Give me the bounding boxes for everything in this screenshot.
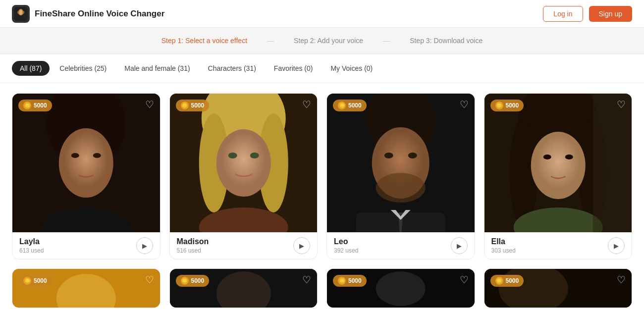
card-used-ella: 303 used bbox=[491, 247, 516, 254]
play-button-ella[interactable]: ▶ bbox=[608, 237, 625, 254]
svg-point-16 bbox=[216, 129, 270, 197]
svg-point-5 bbox=[22, 11, 24, 14]
card-image-row2a: 🪙 5000 ♡ bbox=[12, 269, 160, 308]
favorite-button-row2b[interactable]: ♡ bbox=[302, 274, 311, 286]
card-row2-a[interactable]: 🪙 5000 ♡ bbox=[12, 268, 161, 308]
favorite-button-row2a[interactable]: ♡ bbox=[145, 274, 154, 286]
svg-point-9 bbox=[71, 153, 79, 158]
svg-point-36 bbox=[565, 155, 573, 159]
favorite-button-ella[interactable]: ♡ bbox=[617, 99, 626, 110]
step-divider-1: — bbox=[267, 37, 274, 45]
coin-icon-row2d: 🪙 bbox=[495, 277, 503, 285]
favorite-button-row2c[interactable]: ♡ bbox=[460, 274, 469, 286]
card-name-madison: Madison bbox=[177, 237, 209, 246]
coin-icon-leo: 🪙 bbox=[338, 102, 346, 109]
coin-icon-row2a: 🪙 bbox=[23, 277, 31, 285]
cards-container: 🪙 5000 ♡ Layla 613 used ▶ bbox=[0, 83, 644, 311]
play-button-madison[interactable]: ▶ bbox=[293, 237, 310, 254]
card-badge-row2d: 🪙 5000 bbox=[490, 275, 524, 287]
svg-point-2 bbox=[19, 10, 22, 15]
svg-point-24 bbox=[384, 153, 393, 158]
card-badge-madison: 🪙 5000 bbox=[176, 100, 210, 111]
step-1[interactable]: Step 1: Select a voice effect bbox=[161, 37, 247, 45]
card-image-row2d: 🪙 5000 ♡ bbox=[484, 269, 632, 308]
favorite-button-layla[interactable]: ♡ bbox=[145, 99, 154, 110]
favorite-button-leo[interactable]: ♡ bbox=[460, 99, 469, 110]
logo-area: FineShare Online Voice Changer bbox=[12, 5, 164, 23]
play-button-layla[interactable]: ▶ bbox=[136, 237, 153, 254]
filter-tab-all[interactable]: All (87) bbox=[12, 61, 50, 76]
card-text-layla: Layla 613 used bbox=[19, 237, 44, 254]
card-row2-c[interactable]: 🪙 5000 ♡ bbox=[326, 268, 475, 308]
filter-tab-favorites[interactable]: Favorites (0) bbox=[266, 61, 321, 76]
filter-bar: All (87) Celebrities (25) Male and femal… bbox=[0, 54, 644, 83]
svg-point-17 bbox=[228, 153, 237, 158]
svg-point-18 bbox=[250, 153, 259, 158]
card-image-row2c: 🪙 5000 ♡ bbox=[327, 269, 475, 308]
card-ella[interactable]: 🪙 5000 ♡ Ella 303 used ▶ bbox=[484, 93, 633, 259]
svg-point-44 bbox=[376, 271, 426, 306]
card-name-leo: Leo bbox=[334, 237, 358, 246]
card-name-ella: Ella bbox=[491, 237, 516, 246]
favorite-button-row2d[interactable]: ♡ bbox=[617, 274, 626, 286]
card-info-leo: Leo 392 used ▶ bbox=[327, 232, 475, 259]
filter-tab-characters[interactable]: Characters (31) bbox=[200, 61, 264, 76]
card-info-madison: Madison 516 used ▶ bbox=[170, 232, 318, 259]
svg-point-10 bbox=[93, 153, 101, 158]
card-image-leo: 🪙 5000 ♡ bbox=[327, 94, 475, 232]
card-used-layla: 613 used bbox=[19, 247, 44, 254]
favorite-button-madison[interactable]: ♡ bbox=[302, 99, 311, 110]
card-name-layla: Layla bbox=[19, 237, 44, 246]
play-button-leo[interactable]: ▶ bbox=[451, 237, 468, 254]
card-badge-layla: 🪙 5000 bbox=[18, 100, 52, 111]
coin-icon-madison: 🪙 bbox=[181, 102, 189, 109]
step-3[interactable]: Step 3: Download voice bbox=[410, 37, 483, 45]
step-divider-2: — bbox=[383, 37, 390, 45]
cards-grid-row1: 🪙 5000 ♡ Layla 613 used ▶ bbox=[12, 93, 632, 259]
filter-tab-celebrities[interactable]: Celebrities (25) bbox=[52, 61, 114, 76]
steps-bar: Step 1: Select a voice effect — Step 2: … bbox=[0, 28, 644, 54]
card-image-ella: 🪙 5000 ♡ bbox=[484, 94, 632, 232]
signup-button[interactable]: Sign up bbox=[589, 6, 632, 22]
card-text-leo: Leo 392 used bbox=[334, 237, 358, 254]
coin-icon-layla: 🪙 bbox=[23, 102, 31, 109]
svg-point-25 bbox=[408, 153, 417, 158]
svg-point-35 bbox=[543, 155, 551, 159]
card-badge-ella: 🪙 5000 bbox=[490, 100, 524, 111]
cards-grid-row2: 🪙 5000 ♡ 🪙 5000 ♡ bbox=[12, 268, 632, 308]
app-title: FineShare Online Voice Changer bbox=[35, 9, 164, 19]
card-row2-b[interactable]: 🪙 5000 ♡ bbox=[169, 268, 318, 308]
card-row2-d[interactable]: 🪙 5000 ♡ bbox=[484, 268, 633, 308]
svg-rect-38 bbox=[592, 94, 632, 232]
header-actions: Log in Sign up bbox=[543, 6, 632, 22]
card-badge-row2b: 🪙 5000 bbox=[176, 275, 210, 287]
coin-icon-row2c: 🪙 bbox=[338, 277, 346, 285]
header: FineShare Online Voice Changer Log in Si… bbox=[0, 0, 644, 28]
card-layla[interactable]: 🪙 5000 ♡ Layla 613 used ▶ bbox=[12, 93, 161, 259]
svg-point-23 bbox=[376, 173, 426, 203]
svg-point-8 bbox=[59, 128, 113, 198]
svg-point-4 bbox=[17, 11, 19, 14]
step-2[interactable]: Step 2: Add your voice bbox=[294, 37, 363, 45]
filter-tab-my-voices[interactable]: My Voices (0) bbox=[322, 61, 380, 76]
card-text-madison: Madison 516 used bbox=[177, 237, 209, 254]
card-madison[interactable]: 🪙 5000 ♡ Madison 516 used ▶ bbox=[169, 93, 318, 259]
card-image-row2b: 🪙 5000 ♡ bbox=[170, 269, 318, 308]
svg-point-34 bbox=[531, 132, 585, 199]
logo-icon bbox=[12, 5, 30, 23]
card-info-layla: Layla 613 used ▶ bbox=[12, 232, 160, 259]
card-used-leo: 392 used bbox=[334, 247, 358, 254]
card-used-madison: 516 used bbox=[177, 247, 209, 254]
card-image-layla: 🪙 5000 ♡ bbox=[12, 94, 160, 232]
card-text-ella: Ella 303 used bbox=[491, 237, 516, 254]
card-info-ella: Ella 303 used ▶ bbox=[484, 232, 632, 259]
filter-tab-male-female[interactable]: Male and female (31) bbox=[116, 61, 198, 76]
card-badge-row2a: 🪙 5000 bbox=[18, 275, 52, 287]
card-image-madison: 🪙 5000 ♡ bbox=[170, 94, 318, 232]
card-badge-row2c: 🪙 5000 bbox=[333, 275, 367, 287]
coin-icon-ella: 🪙 bbox=[495, 102, 503, 109]
card-badge-leo: 🪙 5000 bbox=[333, 100, 367, 111]
coin-icon-row2b: 🪙 bbox=[181, 277, 189, 285]
card-leo[interactable]: 🪙 5000 ♡ Leo 392 used ▶ bbox=[326, 93, 475, 259]
login-button[interactable]: Log in bbox=[543, 6, 583, 22]
